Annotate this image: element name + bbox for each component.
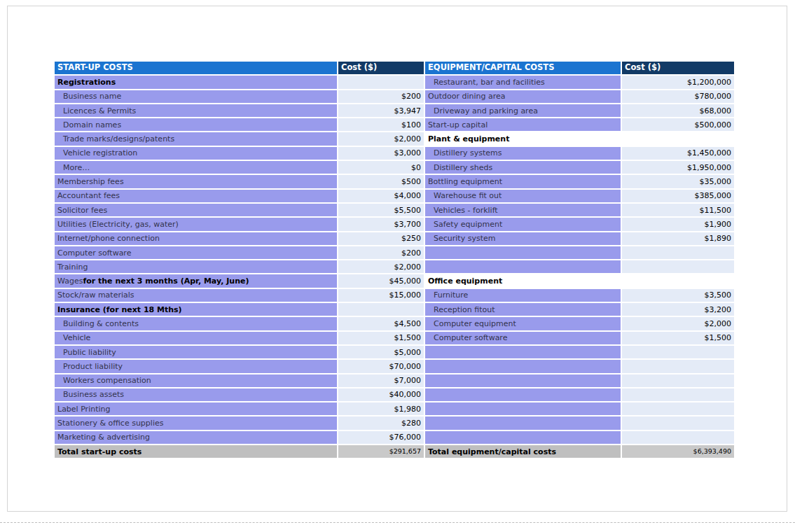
right-row-label[interactable] bbox=[425, 388, 621, 401]
left-row-value[interactable]: $5,000 bbox=[338, 346, 424, 358]
left-row-label[interactable]: Product liability bbox=[55, 360, 337, 372]
left-total-value[interactable]: $291,657 bbox=[338, 445, 424, 458]
left-row-label[interactable]: Solicitor fees bbox=[55, 204, 337, 216]
right-row-label[interactable] bbox=[425, 416, 621, 429]
right-row-value[interactable]: $780,000 bbox=[622, 90, 734, 103]
left-row-label[interactable]: Vehicle bbox=[55, 332, 337, 344]
left-row-value[interactable] bbox=[338, 303, 424, 316]
right-row-value[interactable]: $1,450,000 bbox=[622, 147, 734, 160]
right-row-label[interactable]: Start-up capital bbox=[425, 118, 621, 131]
left-row-value[interactable]: $200 bbox=[338, 90, 424, 103]
right-row-label[interactable]: Security system bbox=[425, 232, 621, 245]
left-row-label[interactable]: Domain names bbox=[55, 118, 337, 131]
right-row-value[interactable] bbox=[622, 374, 734, 387]
right-row-value[interactable]: $35,000 bbox=[622, 175, 734, 188]
left-row-value[interactable]: $15,000 bbox=[338, 289, 424, 302]
right-row-label[interactable]: Office equipment bbox=[425, 274, 621, 287]
left-row-label[interactable]: More… bbox=[55, 161, 337, 174]
right-row-value[interactable]: $1,950,000 bbox=[622, 161, 734, 174]
left-row-value[interactable]: $200 bbox=[338, 246, 424, 259]
right-row-value[interactable]: $11,500 bbox=[622, 204, 734, 216]
left-row-value[interactable]: $70,000 bbox=[338, 360, 424, 372]
left-row-value[interactable]: $5,500 bbox=[338, 204, 424, 216]
right-row-value[interactable] bbox=[622, 346, 734, 358]
left-row-label[interactable]: Stock/raw materials bbox=[55, 289, 337, 302]
right-row-label[interactable]: Safety equipment bbox=[425, 218, 621, 230]
left-row-value[interactable]: $1,980 bbox=[338, 402, 424, 415]
left-row-value[interactable]: $100 bbox=[338, 118, 424, 131]
left-row-value[interactable]: $3,000 bbox=[338, 147, 424, 160]
left-row-value[interactable]: $76,000 bbox=[338, 431, 424, 444]
left-row-label[interactable]: Internet/phone connection bbox=[55, 232, 337, 245]
right-row-label[interactable] bbox=[425, 360, 621, 372]
right-row-label[interactable]: Computer software bbox=[425, 332, 621, 344]
left-row-label[interactable]: Trade marks/designs/patents bbox=[55, 132, 337, 145]
right-row-value[interactable]: $1,200,000 bbox=[622, 76, 734, 88]
right-row-label[interactable]: Plant & equipment bbox=[425, 132, 621, 145]
right-row-label[interactable] bbox=[425, 260, 621, 273]
right-row-label[interactable]: Furniture bbox=[425, 289, 621, 302]
left-row-label[interactable]: Training bbox=[55, 260, 337, 273]
right-row-label[interactable]: Driveway and parking area bbox=[425, 104, 621, 117]
left-row-label[interactable]: Membership fees bbox=[55, 175, 337, 188]
right-row-value[interactable] bbox=[622, 431, 734, 444]
left-row-label[interactable]: Vehicle registration bbox=[55, 147, 337, 160]
left-row-value[interactable]: $7,000 bbox=[338, 374, 424, 387]
left-row-value[interactable]: $2,000 bbox=[338, 132, 424, 145]
right-row-value[interactable]: $68,000 bbox=[622, 104, 734, 117]
left-row-label[interactable]: Insurance (for next 18 Mths) bbox=[55, 303, 337, 316]
left-row-label[interactable]: Public liability bbox=[55, 346, 337, 358]
right-row-label[interactable]: Restaurant, bar and facilities bbox=[425, 76, 621, 88]
right-row-label[interactable]: Distillery systems bbox=[425, 147, 621, 160]
right-row-label[interactable]: Outdoor dining area bbox=[425, 90, 621, 103]
left-row-label[interactable]: Business name bbox=[55, 90, 337, 103]
left-row-label[interactable]: Workers compensation bbox=[55, 374, 337, 387]
left-row-value[interactable]: $4,500 bbox=[338, 317, 424, 330]
right-row-value[interactable]: $500,000 bbox=[622, 118, 734, 131]
right-row-value[interactable] bbox=[622, 246, 734, 259]
left-row-label[interactable]: Accountant fees bbox=[55, 190, 337, 202]
left-row-value[interactable]: $45,000 bbox=[338, 274, 424, 287]
right-row-value[interactable]: $1,500 bbox=[622, 332, 734, 344]
right-row-value[interactable] bbox=[622, 132, 734, 145]
left-row-value[interactable]: $2,000 bbox=[338, 260, 424, 273]
left-row-label[interactable]: Building & contents bbox=[55, 317, 337, 330]
right-row-label[interactable]: Reception fitout bbox=[425, 303, 621, 316]
right-row-value[interactable]: $3,500 bbox=[622, 289, 734, 302]
left-row-value[interactable]: $250 bbox=[338, 232, 424, 245]
left-row-label[interactable]: Stationery & office supplies bbox=[55, 416, 337, 429]
left-row-label[interactable]: Licences & Permits bbox=[55, 104, 337, 117]
left-row-value[interactable]: $3,700 bbox=[338, 218, 424, 230]
left-row-value[interactable]: $40,000 bbox=[338, 388, 424, 401]
left-row-value[interactable]: $500 bbox=[338, 175, 424, 188]
right-row-label[interactable] bbox=[425, 431, 621, 444]
left-row-label[interactable]: Registrations bbox=[55, 76, 337, 88]
left-row-label[interactable]: Utilities (Electricity, gas, water) bbox=[55, 218, 337, 230]
right-total-value[interactable]: $6,393,490 bbox=[622, 445, 734, 458]
left-row-label[interactable]: Marketing & advertising bbox=[55, 431, 337, 444]
right-row-label[interactable] bbox=[425, 246, 621, 259]
left-row-label[interactable]: Wages for the next 3 months (Apr, May, J… bbox=[55, 274, 337, 287]
right-row-label[interactable] bbox=[425, 374, 621, 387]
right-row-label[interactable]: Warehouse fit out bbox=[425, 190, 621, 202]
left-row-value[interactable]: $1,500 bbox=[338, 332, 424, 344]
right-row-value[interactable] bbox=[622, 402, 734, 415]
right-row-value[interactable] bbox=[622, 388, 734, 401]
right-row-value[interactable] bbox=[622, 416, 734, 429]
right-row-label[interactable] bbox=[425, 402, 621, 415]
right-row-value[interactable]: $2,000 bbox=[622, 317, 734, 330]
left-row-value[interactable]: $4,000 bbox=[338, 190, 424, 202]
right-row-value[interactable]: $1,890 bbox=[622, 232, 734, 245]
right-row-value[interactable]: $3,200 bbox=[622, 303, 734, 316]
right-row-label[interactable] bbox=[425, 346, 621, 358]
left-row-label[interactable]: Label Printing bbox=[55, 402, 337, 415]
right-row-label[interactable]: Bottling equipment bbox=[425, 175, 621, 188]
right-total-label[interactable]: Total equipment/capital costs bbox=[425, 445, 621, 458]
right-row-value[interactable] bbox=[622, 260, 734, 273]
right-row-value[interactable] bbox=[622, 274, 734, 287]
left-total-label[interactable]: Total start-up costs bbox=[55, 445, 337, 458]
left-row-value[interactable] bbox=[338, 76, 424, 88]
left-row-label[interactable]: Computer software bbox=[55, 246, 337, 259]
left-row-value[interactable]: $3,947 bbox=[338, 104, 424, 117]
left-row-label[interactable]: Business assets bbox=[55, 388, 337, 401]
